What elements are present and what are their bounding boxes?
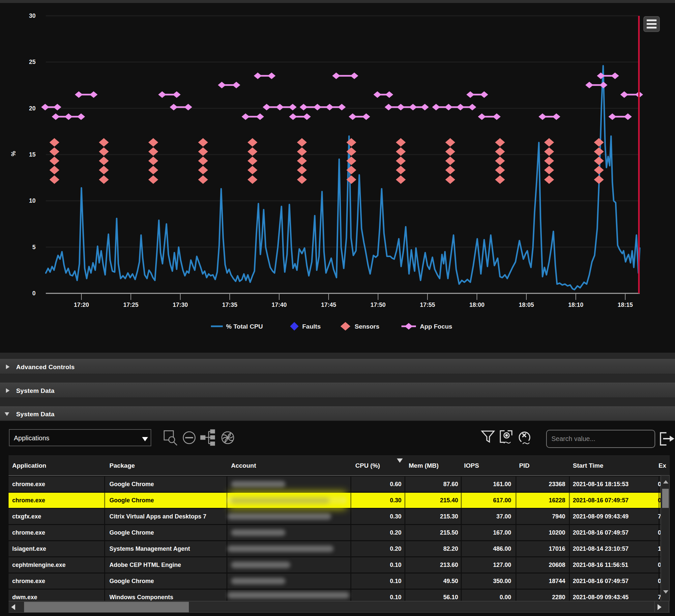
svg-text:5: 5 xyxy=(32,244,35,250)
svg-text:17:25: 17:25 xyxy=(123,302,138,308)
svg-text:17:50: 17:50 xyxy=(370,302,386,308)
svg-text:%: % xyxy=(10,151,17,156)
svg-text:17:35: 17:35 xyxy=(222,302,237,308)
svg-text:App Focus: App Focus xyxy=(420,323,452,330)
svg-text:15: 15 xyxy=(29,151,35,158)
svg-text:25: 25 xyxy=(29,59,35,65)
svg-text:18:00: 18:00 xyxy=(469,302,484,308)
svg-text:Faults: Faults xyxy=(302,323,321,330)
svg-text:Sensors: Sensors xyxy=(355,323,379,330)
svg-text:18:10: 18:10 xyxy=(568,302,583,308)
svg-text:10: 10 xyxy=(29,198,35,204)
svg-text:17:45: 17:45 xyxy=(321,302,336,308)
svg-text:30: 30 xyxy=(29,12,35,19)
svg-text:17:20: 17:20 xyxy=(74,302,89,308)
svg-text:20: 20 xyxy=(29,105,35,112)
svg-text:0: 0 xyxy=(32,290,35,297)
svg-text:% Total CPU: % Total CPU xyxy=(226,323,263,330)
svg-text:17:30: 17:30 xyxy=(173,302,188,308)
svg-text:18:05: 18:05 xyxy=(519,302,534,308)
svg-text:18:15: 18:15 xyxy=(618,302,633,308)
svg-text:17:40: 17:40 xyxy=(272,302,287,308)
svg-text:17:55: 17:55 xyxy=(420,302,435,308)
